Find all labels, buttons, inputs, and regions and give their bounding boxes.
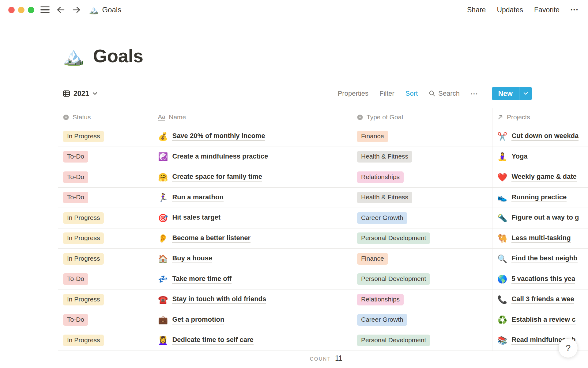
projects-cell[interactable]: ✂️ Cut down on weekda — [492, 126, 588, 147]
column-header-status[interactable]: Status — [58, 108, 153, 126]
properties-button[interactable]: Properties — [338, 90, 368, 98]
goal-link[interactable]: ☯️ Create a mindfulness practice — [158, 152, 268, 161]
project-link[interactable]: ♻️ Establish a review c — [497, 316, 576, 324]
project-link[interactable]: 🔍 Find the best neighb — [497, 254, 578, 263]
filter-button[interactable]: Filter — [379, 90, 394, 98]
type-of-goal-cell[interactable]: Career Growth — [352, 310, 492, 330]
name-cell[interactable]: 💼 Get a promotion — [153, 310, 352, 330]
type-of-goal-cell[interactable]: Health & Fitness — [352, 147, 492, 167]
goal-emoji-icon: ☯️ — [158, 153, 168, 161]
goal-link[interactable]: 💆‍♀️ Dedicate time to self care — [158, 336, 254, 345]
project-link[interactable]: ✂️ Cut down on weekda — [497, 132, 579, 141]
status-cell[interactable]: In Progress — [58, 289, 153, 310]
name-cell[interactable]: 💤 Take more time off — [153, 269, 352, 289]
minimize-window-button[interactable] — [18, 7, 24, 13]
projects-cell[interactable]: 🌎 5 vacations this yea — [492, 269, 588, 289]
column-header-type-of-goal[interactable]: Type of Goal — [352, 108, 492, 126]
project-link[interactable]: 🐫 Less multi-tasking — [497, 234, 571, 243]
page-title[interactable]: Goals — [93, 45, 143, 67]
sidebar-menu-icon[interactable] — [40, 6, 50, 13]
status-cell[interactable]: In Progress — [58, 228, 153, 249]
traffic-lights — [8, 7, 34, 13]
goal-link[interactable]: 🏃‍♀️ Run a marathon — [158, 193, 224, 202]
new-dropdown-button[interactable] — [519, 87, 532, 100]
projects-cell[interactable]: 👟 Running practice — [492, 188, 588, 208]
project-link[interactable]: ❤️ Weekly game & date — [497, 173, 577, 182]
more-menu-icon[interactable]: ••• — [571, 7, 579, 13]
breadcrumb[interactable]: 🏔️ Goals — [89, 6, 121, 14]
sort-button[interactable]: Sort — [405, 90, 418, 98]
name-cell[interactable]: ☯️ Create a mindfulness practice — [153, 147, 352, 167]
project-link[interactable]: 🧘‍♀️ Yoga — [497, 152, 528, 161]
status-cell[interactable]: In Progress — [58, 126, 153, 147]
goal-emoji-icon: 💤 — [158, 275, 168, 283]
projects-cell[interactable]: ❤️ Weekly game & date — [492, 167, 588, 187]
goal-link[interactable]: 💼 Get a promotion — [158, 316, 224, 324]
status-cell[interactable]: To-Do — [58, 310, 153, 330]
search-button[interactable]: Search — [429, 90, 460, 98]
project-link[interactable]: 🌎 5 vacations this yea — [497, 275, 575, 284]
type-of-goal-cell[interactable]: Personal Development — [352, 330, 492, 351]
help-button[interactable]: ? — [558, 338, 578, 358]
type-of-goal-cell[interactable]: Finance — [352, 126, 492, 147]
type-of-goal-cell[interactable]: Finance — [352, 249, 492, 269]
name-cell[interactable]: 🏃‍♀️ Run a marathon — [153, 188, 352, 208]
project-link[interactable]: 📞 Call 3 friends a wee — [497, 295, 574, 304]
new-button[interactable]: New — [492, 87, 519, 100]
name-cell[interactable]: 🏠 Buy a house — [153, 249, 352, 269]
back-button[interactable] — [56, 6, 66, 14]
goal-title: Create space for family time — [172, 173, 262, 182]
name-cell[interactable]: ☎️ Stay in touch with old friends — [153, 289, 352, 310]
table-header-row: Status Aa Name Type of Goal Projects — [58, 108, 588, 126]
favorite-button[interactable]: Favorite — [534, 6, 560, 14]
view-options-icon[interactable]: ••• — [471, 91, 478, 96]
arrow-right-icon — [72, 6, 81, 14]
type-of-goal-cell[interactable]: Career Growth — [352, 208, 492, 228]
column-header-projects[interactable]: Projects — [492, 108, 588, 126]
project-link[interactable]: 🔦 Figure out a way to g — [497, 213, 579, 222]
projects-cell[interactable]: 🔦 Figure out a way to g — [492, 208, 588, 228]
close-window-button[interactable] — [8, 7, 15, 13]
name-cell[interactable]: 💰 Save 20% of monthly income — [153, 126, 352, 147]
status-cell[interactable]: In Progress — [58, 330, 153, 351]
forward-button[interactable] — [72, 6, 81, 14]
type-of-goal-cell[interactable]: Relationships — [352, 167, 492, 187]
status-cell[interactable]: To-Do — [58, 188, 153, 208]
zoom-window-button[interactable] — [28, 7, 34, 13]
status-cell[interactable]: To-Do — [58, 167, 153, 187]
projects-cell[interactable]: 🧘‍♀️ Yoga — [492, 147, 588, 167]
name-cell[interactable]: 👂 Become a better listener — [153, 228, 352, 249]
project-link[interactable]: 👟 Running practice — [497, 193, 567, 202]
name-cell[interactable]: 🎯 Hit sales target — [153, 208, 352, 228]
share-button[interactable]: Share — [467, 6, 486, 14]
type-of-goal-cell[interactable]: Relationships — [352, 289, 492, 310]
column-header-name[interactable]: Aa Name — [153, 108, 352, 126]
status-cell[interactable]: In Progress — [58, 208, 153, 228]
goal-link[interactable]: 🎯 Hit sales target — [158, 213, 221, 222]
goal-link[interactable]: 🤗 Create space for family time — [158, 173, 262, 182]
projects-cell[interactable]: 🔍 Find the best neighb — [492, 249, 588, 269]
status-cell[interactable]: To-Do — [58, 147, 153, 167]
status-cell[interactable]: In Progress — [58, 249, 153, 269]
projects-cell[interactable]: ♻️ Establish a review c — [492, 310, 588, 330]
goals-table: Status Aa Name Type of Goal Projects In … — [58, 108, 588, 351]
updates-button[interactable]: Updates — [497, 6, 523, 14]
name-cell[interactable]: 🤗 Create space for family time — [153, 167, 352, 187]
goal-link[interactable]: 💤 Take more time off — [158, 275, 232, 284]
column-label: Status — [73, 113, 91, 121]
goal-link[interactable]: 💰 Save 20% of monthly income — [158, 132, 265, 141]
view-tab-2021[interactable]: 2021 — [58, 90, 97, 98]
type-of-goal-cell[interactable]: Health & Fitness — [352, 188, 492, 208]
type-of-goal-cell[interactable]: Personal Development — [352, 228, 492, 249]
projects-cell[interactable]: 🐫 Less multi-tasking — [492, 228, 588, 249]
status-badge: In Progress — [63, 294, 104, 305]
projects-cell[interactable]: 📞 Call 3 friends a wee — [492, 289, 588, 310]
page-icon-mountain[interactable]: 🏔️ — [62, 47, 85, 65]
name-cell[interactable]: 💆‍♀️ Dedicate time to self care — [153, 330, 352, 351]
status-cell[interactable]: To-Do — [58, 269, 153, 289]
count-calculation[interactable]: COUNT 11 — [58, 354, 352, 362]
goal-link[interactable]: 🏠 Buy a house — [158, 254, 212, 263]
type-of-goal-cell[interactable]: Personal Development — [352, 269, 492, 289]
goal-link[interactable]: 👂 Become a better listener — [158, 234, 251, 243]
goal-link[interactable]: ☎️ Stay in touch with old friends — [158, 295, 266, 304]
